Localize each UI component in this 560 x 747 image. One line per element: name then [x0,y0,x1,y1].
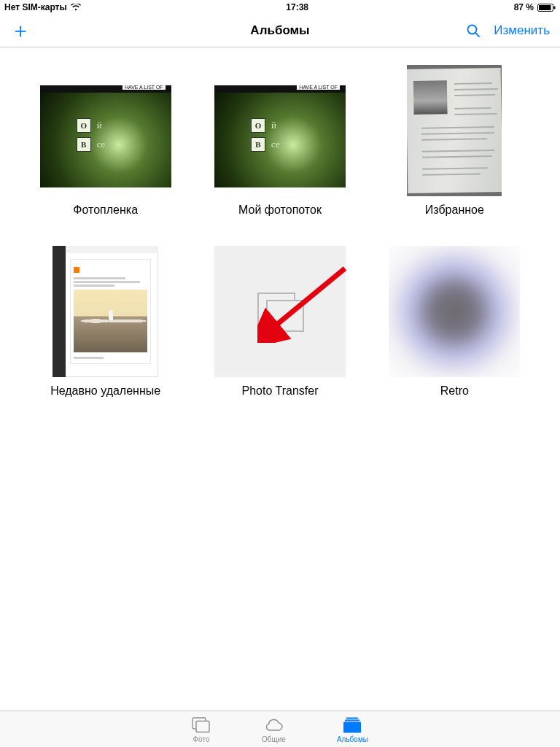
svg-rect-7 [196,721,209,732]
album-thumb: HAVE A LIST OF Ой Все [214,65,346,196]
strip-label: HAVE A LIST OF [122,85,166,90]
album-label: Недавно удаленные [50,384,160,398]
album-thumb [214,246,346,377]
nav-left: ＋ [10,20,31,41]
tile-plain: се [271,139,280,150]
album-camera-roll[interactable]: HAVE A LIST OF Ой Все Фотопленка [29,65,182,217]
tab-label: Фото [193,735,210,743]
tile: О [77,118,91,133]
album-label: Photo Transfer [242,384,319,398]
album-label: Retro [440,384,469,398]
tab-shared[interactable]: Общие [262,716,286,743]
album-label: Фотопленка [73,204,138,217]
svg-rect-8 [346,717,358,719]
album-thumb: HAVE A LIST OF Ой Все [40,65,171,196]
svg-rect-1 [539,5,551,10]
nav-bar: ＋ Альбомы Изменить [0,15,560,47]
album-label: Мой фотопоток [238,204,322,217]
album-thumb [40,246,171,377]
tile-plain: й [97,120,102,131]
svg-rect-10 [343,721,361,732]
album-retro[interactable]: Retro [378,246,531,398]
tile-plain: се [97,139,106,150]
strip-label: HAVE A LIST OF [297,85,340,90]
wifi-icon [71,4,81,11]
stack-icon [257,293,303,330]
svg-rect-9 [345,719,359,721]
cloud-icon [262,716,284,735]
clock: 17:38 [286,2,308,12]
svg-line-4 [476,33,480,36]
carrier-text: Нет SIM-карты [4,2,67,12]
photos-icon [192,716,211,735]
album-recently-deleted[interactable]: Недавно удаленные [29,246,182,398]
tile: О [251,118,265,133]
tab-label: Общие [262,735,286,743]
albums-grid: HAVE A LIST OF Ой Все Фотопленка HAVE A … [0,47,560,415]
svg-rect-2 [553,6,555,9]
album-thumb [407,65,502,196]
edit-button[interactable]: Изменить [494,23,550,38]
search-icon[interactable] [466,23,481,38]
album-favorites[interactable]: Избранное [378,65,531,217]
status-right: 87 % [514,2,556,12]
album-label: Избранное [425,204,484,217]
tile: В [251,137,265,152]
status-left: Нет SIM-карты [4,2,81,12]
nav-right: Изменить [466,23,550,38]
album-thumb [389,246,520,377]
tab-bar: Фото Общие Альбомы [0,711,560,747]
tab-albums[interactable]: Альбомы [337,716,368,743]
battery-percent: 87 % [514,2,534,12]
tile: В [77,137,91,152]
status-bar: Нет SIM-карты 17:38 87 % [0,0,560,15]
add-button[interactable]: ＋ [10,20,31,41]
album-photostream[interactable]: HAVE A LIST OF Ой Все Мой фотопоток [203,65,356,217]
tab-label: Альбомы [337,735,368,743]
tab-photos[interactable]: Фото [192,716,211,743]
tile-plain: й [271,120,276,131]
battery-icon [537,4,556,12]
album-photo-transfer[interactable]: Photo Transfer [203,246,356,398]
albums-icon [343,716,362,735]
